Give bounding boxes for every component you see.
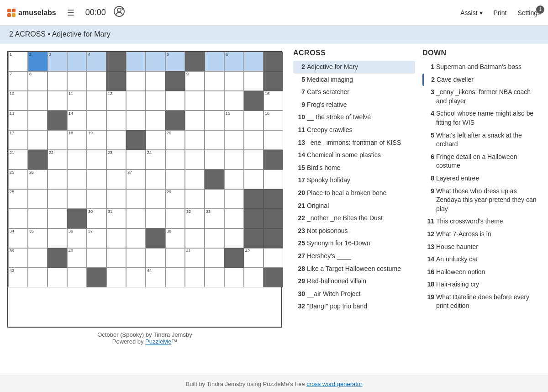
cell-11-11[interactable] [205,248,224,268]
cell-11-3[interactable] [47,248,67,268]
down-clue-13[interactable]: 13House haunter [422,241,544,254]
cell-8-3[interactable] [47,189,67,209]
across-clue-9[interactable]: 9Frog's relative [293,99,415,111]
cell-5-1[interactable]: 17 [8,130,28,150]
cell-10-12[interactable] [224,228,244,248]
cell-12-5[interactable] [87,268,106,287]
cell-12-1[interactable]: 43 [8,268,28,287]
cell-8-5[interactable] [87,189,106,209]
cell-3-13[interactable] [244,91,263,111]
across-clue-10[interactable]: 10__ the stroke of twelve [293,111,415,124]
across-clue-20[interactable]: 20Place to heal a broken bone [293,187,415,200]
cell-11-13[interactable]: 42 [244,248,263,268]
cell-7-14[interactable] [263,170,283,189]
cell-10-9[interactable]: 38 [165,228,185,248]
cell-11-14[interactable] [263,248,283,268]
across-clue-7[interactable]: 7Cat's scratcher [293,86,415,99]
cell-3-5[interactable] [87,91,106,111]
cell-10-10[interactable] [185,228,205,248]
cell-9-7[interactable] [126,209,146,228]
settings-button[interactable]: Settings 1 [517,9,541,16]
cell-4-6[interactable] [106,111,126,130]
cell-5-4[interactable]: 18 [67,130,87,150]
cell-10-6[interactable] [106,228,126,248]
across-clue-13[interactable]: 13_ene _immons: frontman of KISS [293,137,415,149]
cell-9-10[interactable]: 32 [185,209,205,228]
cell-2-8[interactable] [146,71,165,91]
cell-1-5[interactable]: 4 [87,52,106,71]
cell-6-10[interactable] [185,150,205,170]
down-clue-11[interactable]: 11This crossword's theme [422,215,544,228]
down-clue-2[interactable]: 2Cave dweller [422,74,544,86]
puzzleme-link[interactable]: PuzzleMe [145,338,171,345]
cell-6-2[interactable] [28,150,47,170]
cell-7-4[interactable] [67,170,87,189]
cell-8-9[interactable]: 29 [165,189,185,209]
cell-8-2[interactable] [28,189,47,209]
across-clue-5[interactable]: 5Medical imaging [293,74,415,86]
down-clue-19[interactable]: 19What Dateline does before every print … [422,291,544,313]
down-clue-12[interactable]: 12What 7-Across is in [422,228,544,241]
cell-4-10[interactable] [185,111,205,130]
cell-8-12[interactable] [224,189,244,209]
cell-12-7[interactable] [126,268,146,287]
cell-4-11[interactable] [205,111,224,130]
cell-1-8[interactable] [146,52,165,71]
cell-11-1[interactable]: 39 [8,248,28,268]
cell-12-8[interactable]: 44 [146,268,165,287]
cell-5-9[interactable]: 20 [165,130,185,150]
cell-10-1[interactable]: 34 [8,228,28,248]
cell-2-9[interactable] [165,71,185,91]
cell-1-11[interactable] [205,52,224,71]
cell-5-8[interactable] [146,130,165,150]
cell-1-1[interactable]: 1 [8,52,28,71]
add-user-button[interactable] [113,5,125,20]
across-clue-2[interactable]: 2Adjective for Mary [293,61,415,74]
cell-1-3[interactable]: 3 [47,52,67,71]
across-clue-15[interactable]: 15Bird's home [293,162,415,175]
cell-2-12[interactable] [224,71,244,91]
cell-10-8[interactable] [146,228,165,248]
cell-3-11[interactable] [205,91,224,111]
cell-7-13[interactable] [244,170,263,189]
down-clue-6[interactable]: 6Fringe detail on a Halloween costume [422,151,544,172]
cell-1-10[interactable] [185,52,205,71]
cell-4-8[interactable] [146,111,165,130]
cell-3-8[interactable] [146,91,165,111]
cell-5-11[interactable] [205,130,224,150]
down-clue-3[interactable]: 3_enny _ilkens: former NBA coach and pla… [422,86,544,107]
cell-1-4[interactable] [67,52,87,71]
cell-9-6[interactable]: 31 [106,209,126,228]
cell-3-6[interactable]: 12 [106,91,126,111]
cell-12-4[interactable] [67,268,87,287]
down-clue-18[interactable]: 18Hair-raising cry [422,278,544,291]
cell-2-3[interactable] [47,71,67,91]
across-clue-27[interactable]: 27Hershey's ____ [293,250,415,263]
cell-5-6[interactable] [106,130,126,150]
cell-9-3[interactable] [47,209,67,228]
cell-9-12[interactable] [224,209,244,228]
cell-1-2[interactable]: 2 [28,52,47,71]
down-clue-14[interactable]: 14An unlucky cat [422,253,544,266]
cell-9-2[interactable] [28,209,47,228]
cell-4-2[interactable] [28,111,47,130]
cell-10-7[interactable] [126,228,146,248]
cell-9-1[interactable] [8,209,28,228]
cell-6-4[interactable] [67,150,87,170]
cell-10-14[interactable] [263,228,283,248]
cell-11-4[interactable]: 40 [67,248,87,268]
cell-3-14[interactable]: 16 [263,91,283,111]
down-clue-16[interactable]: 16Halloween option [422,266,544,279]
cell-7-2[interactable]: 26 [28,170,47,189]
cell-11-8[interactable] [146,248,165,268]
crossword-grid[interactable]: 1 2 3 4 5 6 7 8 9 [7,51,282,328]
cell-5-13[interactable] [244,130,263,150]
cell-1-12[interactable]: 6 [224,52,244,71]
cell-4-5[interactable] [87,111,106,130]
cell-6-3[interactable]: 22 [47,150,67,170]
down-clue-8[interactable]: 8Layered entree [422,172,544,185]
cell-10-5[interactable]: 37 [87,228,106,248]
cell-12-9[interactable] [165,268,185,287]
across-clue-29[interactable]: 29Red-ballooned villain [293,275,415,288]
cell-11-12[interactable] [224,248,244,268]
